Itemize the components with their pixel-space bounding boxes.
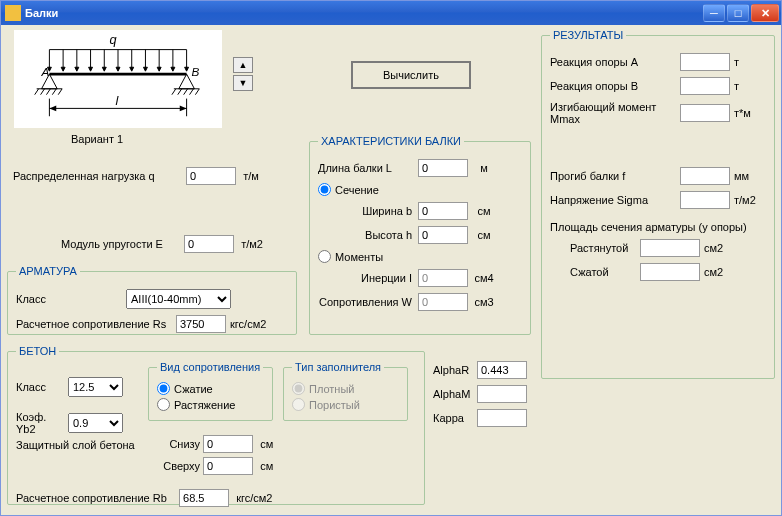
- I-unit: см4: [472, 272, 496, 284]
- spinner-down[interactable]: ▼: [233, 75, 253, 91]
- I-input: [418, 269, 468, 287]
- RA-unit: т: [734, 56, 739, 68]
- variant-label: Вариант 1: [71, 133, 123, 145]
- f-unit: мм: [734, 170, 749, 182]
- svg-line-40: [195, 89, 199, 95]
- alphaR-input[interactable]: [477, 361, 527, 379]
- concrete-group: БЕТОН Класс 12.5 Коэф. Yb2 0.9 Вид сопро…: [7, 345, 425, 505]
- client-area: q A B: [1, 25, 781, 515]
- svg-marker-7: [75, 67, 79, 71]
- rebar-group: АРМАТУРА Класс AIII(10-40mm) Расчетное с…: [7, 265, 297, 335]
- app-window: Балки ─ □ ✕ q: [0, 0, 782, 516]
- kappa-label: Карра: [433, 412, 477, 424]
- svg-line-31: [41, 89, 45, 95]
- resist-type-legend: Вид сопротивления: [157, 361, 263, 373]
- rebar-Rs-label: Расчетное сопротивление Rs: [16, 318, 176, 330]
- RA-output: [680, 53, 730, 71]
- As-tension-unit: см2: [704, 242, 723, 254]
- b-label: Ширина b: [348, 205, 418, 217]
- L-unit: м: [472, 162, 496, 174]
- resist-tension-radio[interactable]: Растяжение: [157, 398, 264, 411]
- concrete-class-label: Класс: [16, 381, 68, 393]
- beam-diagram: q A B: [13, 29, 223, 129]
- alphaM-input[interactable]: [477, 385, 527, 403]
- kappa-input[interactable]: [477, 409, 527, 427]
- sigma-unit: т/м2: [734, 194, 756, 206]
- rebar-Rs-unit: кгс/см2: [230, 318, 266, 330]
- As-caption: Площадь сечения арматуры (у опоры): [550, 221, 747, 233]
- svg-line-38: [184, 89, 188, 95]
- compute-button[interactable]: Вычислить: [351, 61, 471, 89]
- As-compress-label: Сжатой: [570, 266, 640, 278]
- svg-marker-11: [102, 67, 106, 71]
- L-label: Длина балки L: [318, 162, 418, 174]
- svg-text:B: B: [192, 65, 200, 78]
- resist-compress-radio[interactable]: Сжатие: [157, 382, 264, 395]
- svg-marker-21: [171, 67, 175, 71]
- concrete-yb2-label: Коэф. Yb2: [16, 411, 68, 435]
- svg-text:l: l: [116, 93, 120, 108]
- W-unit: см3: [472, 296, 496, 308]
- cover-bottom-input[interactable]: [203, 435, 253, 453]
- modE-label: Модуль упругости E: [61, 238, 181, 250]
- filler-type-legend: Тип заполнителя: [292, 361, 384, 373]
- b-unit: см: [472, 205, 496, 217]
- RB-label: Реакция опоры B: [550, 80, 680, 92]
- f-output: [680, 167, 730, 185]
- svg-marker-44: [49, 105, 56, 111]
- beam-group: ХАРАКТЕРИСТИКИ БАЛКИ Длина балки L м Сеч…: [309, 135, 531, 335]
- section-radio[interactable]: Сечение: [318, 183, 522, 196]
- Rb-label: Расчетное сопротивление Rb: [16, 492, 176, 504]
- rebar-class-label: Класс: [16, 293, 126, 305]
- titlebar: Балки ─ □ ✕: [1, 1, 781, 25]
- h-unit: см: [472, 229, 496, 241]
- rebar-Rs-input[interactable]: [176, 315, 226, 333]
- cover-top-label: Сверху: [158, 460, 200, 472]
- dist-load-unit: т/м: [243, 170, 259, 182]
- As-compress-unit: см2: [704, 266, 723, 278]
- minimize-button[interactable]: ─: [703, 4, 725, 22]
- rebar-legend: АРМАТУРА: [16, 265, 80, 277]
- As-tension-label: Растянутой: [570, 242, 640, 254]
- svg-line-36: [172, 89, 176, 95]
- cover-top-input[interactable]: [203, 457, 253, 475]
- L-input[interactable]: [418, 159, 468, 177]
- dist-load-label: Распределенная нагрузка q: [13, 170, 183, 182]
- filler-porous-radio: Пористый: [292, 398, 399, 411]
- svg-text:q: q: [110, 32, 117, 47]
- h-input[interactable]: [418, 226, 468, 244]
- results-legend: РЕЗУЛЬТАТЫ: [550, 29, 626, 41]
- dist-load-row: Распределенная нагрузка q т/м: [13, 167, 303, 185]
- svg-marker-13: [116, 67, 120, 71]
- Rb-unit: кгс/см2: [236, 492, 272, 504]
- close-button[interactable]: ✕: [751, 4, 779, 22]
- svg-marker-5: [61, 67, 65, 71]
- moments-radio[interactable]: Моменты: [318, 250, 522, 263]
- W-input: [418, 293, 468, 311]
- modE-row: Модуль упругости E т/м2: [61, 235, 321, 253]
- window-title: Балки: [25, 7, 703, 19]
- concrete-legend: БЕТОН: [16, 345, 59, 357]
- svg-marker-19: [157, 67, 161, 71]
- spinner-up[interactable]: ▲: [233, 57, 253, 73]
- sigma-output: [680, 191, 730, 209]
- svg-line-34: [58, 89, 62, 95]
- modE-input[interactable]: [184, 235, 234, 253]
- Rb-input[interactable]: [179, 489, 229, 507]
- As-compress-output: [640, 263, 700, 281]
- dist-load-input[interactable]: [186, 167, 236, 185]
- alphaR-label: AlphaR: [433, 364, 477, 376]
- svg-line-39: [190, 89, 194, 95]
- filler-dense-radio: Плотный: [292, 382, 399, 395]
- concrete-class-select[interactable]: 12.5: [68, 377, 123, 397]
- modE-unit: т/м2: [241, 238, 263, 250]
- svg-line-30: [35, 89, 39, 95]
- cover-bottom-label: Снизу: [158, 438, 200, 450]
- RA-label: Реакция опоры A: [550, 56, 680, 68]
- I-label: Инерции I: [338, 272, 418, 284]
- b-input[interactable]: [418, 202, 468, 220]
- maximize-button[interactable]: □: [727, 4, 749, 22]
- rebar-class-select[interactable]: AIII(10-40mm): [126, 289, 231, 309]
- Mmax-output: [680, 104, 730, 122]
- concrete-yb2-select[interactable]: 0.9: [68, 413, 123, 433]
